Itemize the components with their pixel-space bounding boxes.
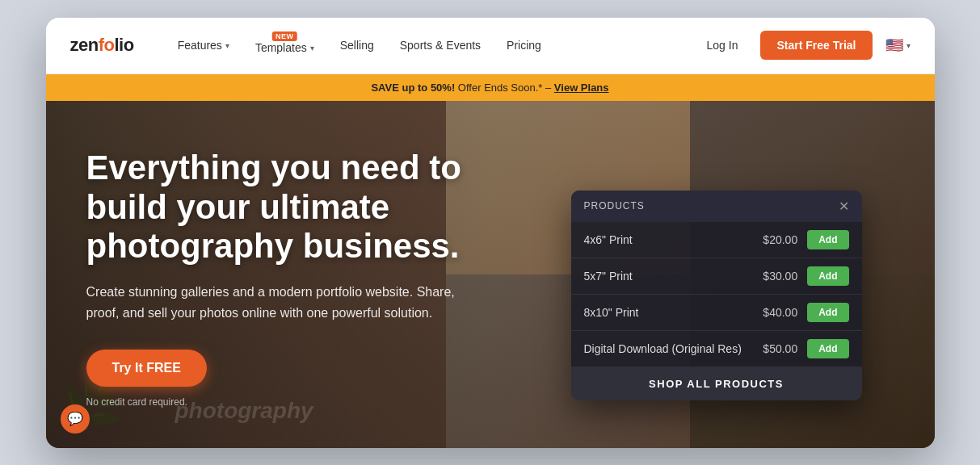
product-row: Digital Download (Original Res) $50.00 A… [571, 331, 862, 367]
add-to-cart-button[interactable]: Add [807, 266, 848, 286]
product-dialog: PRODUCTS ✕ 4x6" Print $20.00 Add 5x7" Pr… [571, 191, 862, 400]
product-row: 4x6" Print $20.00 Add [571, 222, 862, 258]
logo-highlight: fo [99, 35, 115, 55]
product-price: $50.00 [763, 342, 797, 355]
chevron-down-icon: ▾ [225, 41, 229, 50]
chat-icon: 💬 [67, 411, 83, 426]
nav-right: Log In Start Free Trial 🇺🇸 ▾ [697, 31, 911, 60]
product-price: $20.00 [763, 233, 797, 246]
sports-events-label: Sports & Events [400, 39, 481, 52]
product-row: 8x10" Print $40.00 Add [571, 295, 862, 331]
hero-content: Everything you need to build your ultima… [46, 101, 498, 448]
us-flag-icon: 🇺🇸 [885, 36, 903, 54]
nav-links: Features ▾ NEW Templates ▾ Selling Sport… [166, 30, 697, 61]
browser-window: zenfolio Features ▾ NEW Templates ▾ Sell… [46, 18, 935, 448]
nav-selling[interactable]: Selling [329, 32, 385, 58]
navbar: zenfolio Features ▾ NEW Templates ▾ Sell… [46, 18, 935, 74]
nav-sports-events[interactable]: Sports & Events [389, 32, 492, 58]
view-plans-link[interactable]: View Plans [554, 82, 609, 94]
save-text: SAVE up to 50%! [371, 82, 455, 94]
shop-all-bar[interactable]: SHOP ALL PRODUCTS [571, 367, 862, 400]
dialog-title: PRODUCTS [584, 200, 645, 212]
add-to-cart-button[interactable]: Add [807, 303, 848, 322]
shop-all-label: SHOP ALL PRODUCTS [649, 378, 784, 390]
chevron-down-icon-3: ▾ [906, 41, 911, 50]
product-price: $30.00 [763, 270, 797, 283]
selling-label: Selling [340, 39, 374, 52]
nav-templates[interactable]: NEW Templates ▾ [244, 30, 326, 61]
add-to-cart-button[interactable]: Add [807, 339, 848, 358]
product-name: 8x10" Print [584, 306, 763, 319]
start-trial-button[interactable]: Start Free Trial [760, 31, 872, 60]
offer-text: Offer Ends Soon.* – [458, 82, 554, 94]
product-rows: 4x6" Print $20.00 Add 5x7" Print $30.00 … [571, 222, 862, 367]
close-icon[interactable]: ✕ [839, 199, 849, 214]
product-row: 5x7" Print $30.00 Add [571, 258, 862, 295]
pricing-label: Pricing [507, 39, 541, 52]
dialog-header: PRODUCTS ✕ [571, 191, 862, 222]
login-button[interactable]: Log In [697, 32, 748, 58]
chevron-down-icon-2: ▾ [310, 44, 314, 52]
no-credit-text: No credit card required. [86, 396, 466, 408]
language-selector[interactable]: 🇺🇸 ▾ [885, 36, 911, 54]
nav-pricing[interactable]: Pricing [495, 32, 553, 58]
templates-label: Templates [255, 41, 307, 54]
product-name: 5x7" Print [584, 270, 763, 283]
logo[interactable]: zenfolio [70, 35, 134, 56]
new-badge: NEW [272, 31, 297, 41]
try-free-button[interactable]: Try It FREE [86, 350, 207, 387]
product-name: Digital Download (Original Res) [584, 342, 763, 355]
nav-features[interactable]: Features ▾ [166, 32, 241, 58]
product-name: 4x6" Print [584, 233, 763, 246]
product-price: $40.00 [763, 306, 797, 319]
promo-banner: SAVE up to 50%! Offer Ends Soon.* – View… [46, 74, 935, 101]
chat-bubble-button[interactable]: 💬 [61, 404, 90, 434]
features-label: Features [178, 39, 222, 52]
add-to-cart-button[interactable]: Add [807, 230, 848, 249]
hero-section: Everything you need to build your ultima… [46, 101, 935, 448]
logo-text: zenfolio [70, 35, 134, 56]
hero-title: Everything you need to build your ultima… [86, 149, 466, 266]
hero-subtitle: Create stunning galleries and a modern p… [86, 282, 458, 323]
